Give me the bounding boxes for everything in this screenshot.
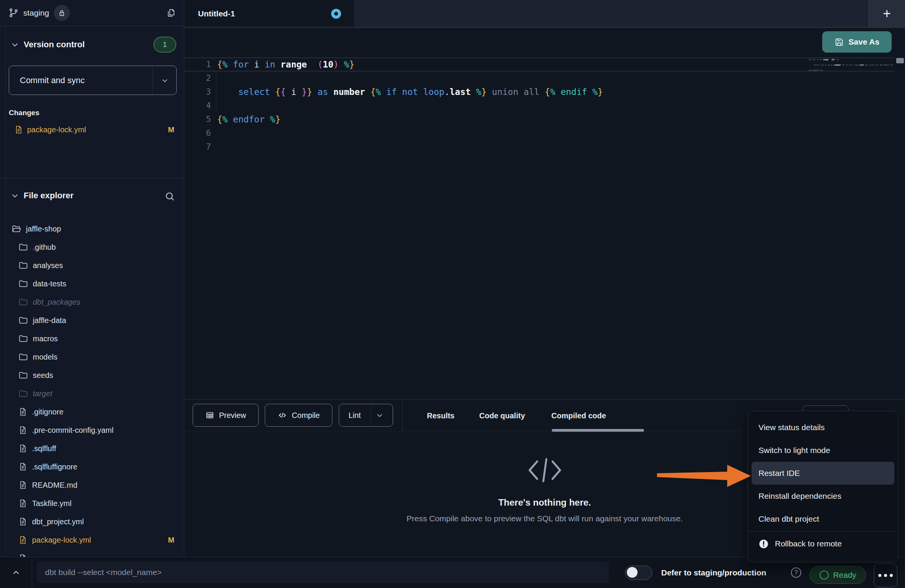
tree-item-label: README.md bbox=[32, 481, 77, 490]
tree-item-dbt_packages[interactable]: dbt_packages bbox=[0, 293, 184, 311]
tree-item-label: Taskfile.yml bbox=[32, 499, 71, 508]
tree-item-.sqlfluff[interactable]: .sqlfluff bbox=[0, 439, 184, 458]
chevron-down-icon bbox=[376, 411, 383, 419]
preview-button[interactable]: Preview bbox=[193, 404, 259, 427]
modified-badge: M bbox=[168, 536, 174, 545]
table-icon bbox=[205, 411, 214, 420]
tree-item-label: jaffle-shop bbox=[26, 225, 61, 233]
alert-icon bbox=[758, 539, 769, 549]
version-control-collapse-chevron-icon[interactable] bbox=[11, 40, 19, 49]
button-label: Lint bbox=[348, 411, 361, 420]
annotation-arrow bbox=[657, 463, 752, 489]
tree-item-seeds[interactable]: seeds bbox=[0, 366, 184, 384]
code-line-5[interactable]: 5{% endfor %} bbox=[184, 112, 895, 126]
tree-item-analyses[interactable]: analyses bbox=[0, 256, 184, 275]
file-search-button[interactable] bbox=[164, 191, 176, 202]
collapse-command-bar-button[interactable] bbox=[0, 557, 32, 588]
tree-item-label: package-lock.yml bbox=[32, 536, 91, 545]
tree-item-label: target bbox=[33, 389, 52, 398]
search-icon bbox=[164, 191, 176, 202]
folder-icon bbox=[18, 334, 28, 344]
tree-item-label: macros bbox=[33, 334, 58, 343]
code-line-1[interactable]: 1{% for i in range (10) %} bbox=[184, 58, 895, 71]
button-label: Compile bbox=[292, 411, 320, 420]
line-number: 1 bbox=[184, 58, 217, 71]
folder-icon bbox=[18, 279, 28, 289]
menu-separator bbox=[748, 531, 898, 532]
changes-count-badge: 1 bbox=[153, 37, 176, 53]
line-number: 2 bbox=[184, 71, 217, 85]
question-icon[interactable]: ? bbox=[791, 567, 801, 578]
editor-tab-strip: Untitled-1 + bbox=[184, 0, 905, 28]
menu-item-label: Switch to light mode bbox=[758, 439, 830, 462]
folder-icon bbox=[18, 242, 28, 252]
file-icon bbox=[18, 462, 27, 471]
toggle-knob bbox=[627, 567, 638, 578]
folder-icon bbox=[18, 315, 28, 325]
new-tab-button[interactable]: + bbox=[868, 0, 905, 27]
git-branch-icon bbox=[8, 8, 19, 18]
tree-item-.gitignore[interactable]: .gitignore bbox=[0, 403, 184, 421]
dbt-command-input[interactable] bbox=[37, 562, 609, 583]
status-ring-icon bbox=[820, 570, 829, 580]
code-line-4[interactable]: 4 bbox=[184, 99, 895, 112]
code-line-3[interactable]: 3 select {{ i }} as number {% if not loo… bbox=[184, 85, 895, 99]
code-brackets-icon bbox=[527, 458, 563, 483]
status-label: Ready bbox=[833, 570, 857, 580]
folder-icon bbox=[18, 260, 28, 270]
changed-file-item[interactable]: package-lock.ymlM bbox=[0, 121, 184, 138]
menu-item-rollback-to-remote[interactable]: Rollback to remote bbox=[752, 532, 894, 555]
changes-heading: Changes bbox=[9, 109, 39, 117]
file-explorer-collapse-chevron-icon[interactable] bbox=[11, 191, 19, 200]
tree-item-.sqlfluffignore[interactable]: .sqlfluffignore bbox=[0, 458, 184, 476]
code-line-7[interactable]: 7 bbox=[184, 140, 895, 154]
section-divider bbox=[0, 178, 184, 178]
defer-toggle[interactable] bbox=[625, 566, 652, 580]
menu-item-clean-dbt-project[interactable]: Clean dbt project bbox=[752, 508, 894, 530]
tab-untitled-1[interactable]: Untitled-1 bbox=[184, 0, 354, 27]
panel-tab-results[interactable]: Results bbox=[427, 400, 454, 432]
copy-icon bbox=[166, 8, 176, 18]
tree-item-Taskfile.yml[interactable]: Taskfile.yml bbox=[0, 494, 184, 512]
compile-button[interactable]: Compile bbox=[265, 404, 332, 427]
editor-scrollbar-thumb[interactable] bbox=[896, 58, 904, 63]
tree-item-partial[interactable] bbox=[0, 549, 184, 557]
menu-item-restart-ide[interactable]: Restart IDE bbox=[752, 462, 894, 485]
changes-list: package-lock.ymlM bbox=[0, 121, 184, 138]
tree-item-data-tests[interactable]: data-tests bbox=[0, 275, 184, 293]
save-icon bbox=[834, 37, 844, 47]
tree-item-README.md[interactable]: README.md bbox=[0, 476, 184, 494]
tree-item-.github[interactable]: .github bbox=[0, 238, 184, 256]
menu-item-reinstall-dependencies[interactable]: Reinstall dependencies bbox=[752, 485, 894, 508]
tree-item-dbt_project.yml[interactable]: dbt_project.yml bbox=[0, 512, 184, 531]
menu-item-switch-to-light-mode[interactable]: Switch to light mode bbox=[752, 439, 894, 462]
tree-item-jaffle-data[interactable]: jaffle-data bbox=[0, 311, 184, 329]
lint-button[interactable]: Lint bbox=[339, 404, 393, 427]
code-line-6[interactable]: 6 bbox=[184, 126, 895, 140]
ide-options-button[interactable] bbox=[874, 564, 897, 587]
tree-item-jaffle-shop[interactable]: jaffle-shop bbox=[0, 220, 184, 238]
menu-item-view-status-details[interactable]: View status details bbox=[752, 416, 894, 439]
dbt-ide-app: staging Version control 1 Commit and syn… bbox=[0, 0, 905, 588]
line-number: 3 bbox=[184, 85, 217, 99]
commit-options-chevron[interactable] bbox=[153, 66, 176, 95]
tree-item-package-lock.yml[interactable]: package-lock.ymlM bbox=[0, 531, 184, 549]
code-icon bbox=[277, 411, 287, 420]
panel-tab-code-quality[interactable]: Code quality bbox=[479, 400, 525, 432]
folder-icon bbox=[18, 389, 28, 398]
tree-item-target[interactable]: target bbox=[0, 384, 184, 403]
code-editor[interactable]: 1{% for i in range (10) %}23 select {{ i… bbox=[184, 57, 905, 399]
commit-and-sync-label: Commit and sync bbox=[9, 76, 85, 85]
tree-item-.pre-commit-config.yaml[interactable]: .pre-commit-config.yaml bbox=[0, 421, 184, 439]
copy-branch-button[interactable] bbox=[166, 8, 176, 18]
save-as-button[interactable]: Save As bbox=[822, 31, 892, 53]
code-line-2[interactable]: 2 bbox=[184, 71, 895, 85]
file-tree: jaffle-shop.githubanalysesdata-testsdbt_… bbox=[0, 220, 184, 557]
tree-item-macros[interactable]: macros bbox=[0, 329, 184, 348]
minimap[interactable]: {% for i in range (10) %} select {{ i }}… bbox=[809, 58, 894, 72]
panel-tab-compiled-code[interactable]: Compiled code bbox=[551, 400, 606, 432]
tree-item-models[interactable]: models bbox=[0, 348, 184, 366]
commit-and-sync-button[interactable]: Commit and sync bbox=[9, 66, 177, 95]
folder-icon bbox=[18, 352, 28, 362]
status-badge[interactable]: Ready bbox=[810, 566, 866, 584]
